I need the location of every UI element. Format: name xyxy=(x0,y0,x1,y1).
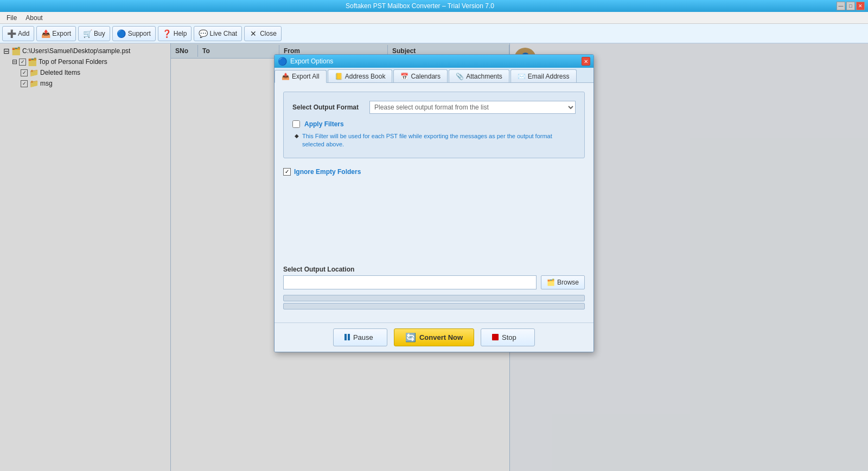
window-title: Softaken PST Mailbox Converter – Trial V… xyxy=(3,2,837,10)
browse-button[interactable]: 🗂️ Browse xyxy=(541,275,585,289)
progress-bar-1 xyxy=(283,295,585,301)
apply-filters-label[interactable]: Apply Filters xyxy=(304,120,344,128)
add-label: Add xyxy=(18,30,29,37)
menu-bar: File About xyxy=(0,12,868,24)
apply-filters-checkbox[interactable] xyxy=(292,120,300,128)
convert-icon: 🔄 xyxy=(405,332,416,343)
help-icon: ❓ xyxy=(163,29,171,38)
pause-label: Pause xyxy=(353,333,373,341)
format-section: Select Output Format Please select outpu… xyxy=(283,92,585,158)
tab-attachments-label: Attachments xyxy=(466,73,502,80)
format-row: Select Output Format Please select outpu… xyxy=(292,101,576,114)
dialog-content: Select Output Format Please select outpu… xyxy=(275,83,593,322)
browse-icon: 🗂️ xyxy=(547,279,555,286)
tab-attachments-icon: 📎 xyxy=(456,73,464,80)
menu-file[interactable]: File xyxy=(2,13,21,23)
tab-attachments[interactable]: 📎 Attachments xyxy=(449,69,509,82)
buy-button[interactable]: 🛒 Buy xyxy=(78,26,110,41)
close-toolbar-label: Close xyxy=(260,30,277,37)
ignore-empty-folders-row: ✓ Ignore Empty Folders xyxy=(283,165,585,179)
maximize-button[interactable]: □ xyxy=(846,2,855,10)
convert-now-button[interactable]: 🔄 Convert Now xyxy=(394,328,474,346)
modal-overlay: 🔵 Export Options ✕ 📤 Export All 📒 Addres… xyxy=(0,43,868,471)
output-format-select[interactable]: Please select output format from the lis… xyxy=(369,101,576,114)
dialog-close-button[interactable]: ✕ xyxy=(582,57,590,66)
diamond-icon: ◆ xyxy=(295,133,299,139)
apply-filters-row: Apply Filters xyxy=(292,120,576,128)
dialog-title-bar: 🔵 Export Options ✕ xyxy=(275,55,593,68)
pause-button[interactable]: Pause xyxy=(333,328,387,346)
tab-email-address-label: Email Address xyxy=(528,73,570,80)
format-label: Select Output Format xyxy=(292,104,363,111)
support-button[interactable]: 🔵 Support xyxy=(112,26,156,41)
tab-address-book-icon: 📒 xyxy=(335,73,343,80)
output-location-input[interactable] xyxy=(283,275,537,289)
convert-label: Convert Now xyxy=(419,333,463,341)
minimize-button[interactable]: — xyxy=(837,2,845,10)
ignore-empty-checkbox[interactable]: ✓ xyxy=(283,168,291,176)
output-location-label: Select Output Location xyxy=(283,266,585,273)
export-dialog: 🔵 Export Options ✕ 📤 Export All 📒 Addres… xyxy=(274,54,594,352)
export-label: Export xyxy=(52,30,71,37)
livechat-label: Live Chat xyxy=(209,30,237,37)
pause-bar-1 xyxy=(344,334,347,340)
add-button[interactable]: ➕ Add xyxy=(2,26,34,41)
stop-button[interactable]: Stop xyxy=(481,328,535,346)
browse-label: Browse xyxy=(557,279,579,286)
tab-email-address[interactable]: ✉️ Email Address xyxy=(510,69,577,82)
buy-icon: 🛒 xyxy=(83,29,92,38)
tab-email-address-icon: ✉️ xyxy=(518,73,526,80)
ignore-empty-label[interactable]: Ignore Empty Folders xyxy=(294,168,361,176)
filter-desc-text: This Filter will be used for each PST fi… xyxy=(302,132,576,149)
filter-description: ◆ This Filter will be used for each PST … xyxy=(292,132,576,149)
stop-icon xyxy=(492,334,499,340)
tab-address-book[interactable]: 📒 Address Book xyxy=(328,69,393,82)
output-location-row: 🗂️ Browse xyxy=(283,275,585,289)
window-controls: — □ ✕ xyxy=(837,2,865,10)
tab-export-all-label: Export All xyxy=(292,73,320,80)
main-layout: ⊟ 🗂️ C:\Users\Samuel\Desktop\sample.pst … xyxy=(0,43,868,471)
livechat-icon: 💬 xyxy=(199,29,207,38)
support-label: Support xyxy=(128,30,151,37)
stop-label: Stop xyxy=(502,333,516,341)
help-label: Help xyxy=(174,30,187,37)
export-icon: 📤 xyxy=(41,29,50,38)
progress-bar-2 xyxy=(283,303,585,309)
tab-calendars[interactable]: 📅 Calendars xyxy=(393,69,448,82)
close-toolbar-icon: ✕ xyxy=(249,29,258,38)
pause-icon xyxy=(344,334,350,340)
dialog-title-icon: 🔵 xyxy=(278,57,287,66)
dialog-title-text: Export Options xyxy=(290,57,333,65)
livechat-button[interactable]: 💬 Live Chat xyxy=(194,26,242,41)
menu-about[interactable]: About xyxy=(21,13,47,23)
pause-bar-2 xyxy=(348,334,350,340)
title-bar: Softaken PST Mailbox Converter – Trial V… xyxy=(0,0,868,12)
toolbar: ➕ Add 📤 Export 🛒 Buy 🔵 Support ❓ Help 💬 … xyxy=(0,24,868,43)
close-toolbar-button[interactable]: ✕ Close xyxy=(244,26,282,41)
dialog-tabs: 📤 Export All 📒 Address Book 📅 Calendars … xyxy=(275,68,593,83)
buy-label: Buy xyxy=(94,30,105,37)
tab-export-all[interactable]: 📤 Export All xyxy=(275,70,327,83)
help-button[interactable]: ❓ Help xyxy=(158,26,192,41)
dialog-title-left: 🔵 Export Options xyxy=(278,57,333,66)
output-location-section: Select Output Location 🗂️ Browse xyxy=(283,266,585,289)
progress-bars xyxy=(283,295,585,309)
tab-export-all-icon: 📤 xyxy=(282,73,290,80)
export-button[interactable]: 📤 Export xyxy=(36,26,76,41)
tab-address-book-label: Address Book xyxy=(345,73,386,80)
tab-calendars-label: Calendars xyxy=(411,73,441,80)
window-close-button[interactable]: ✕ xyxy=(856,2,865,10)
add-icon: ➕ xyxy=(7,29,16,38)
support-icon: 🔵 xyxy=(117,29,126,38)
tab-calendars-icon: 📅 xyxy=(400,73,409,80)
dialog-buttons: Pause 🔄 Convert Now Stop xyxy=(275,322,593,352)
